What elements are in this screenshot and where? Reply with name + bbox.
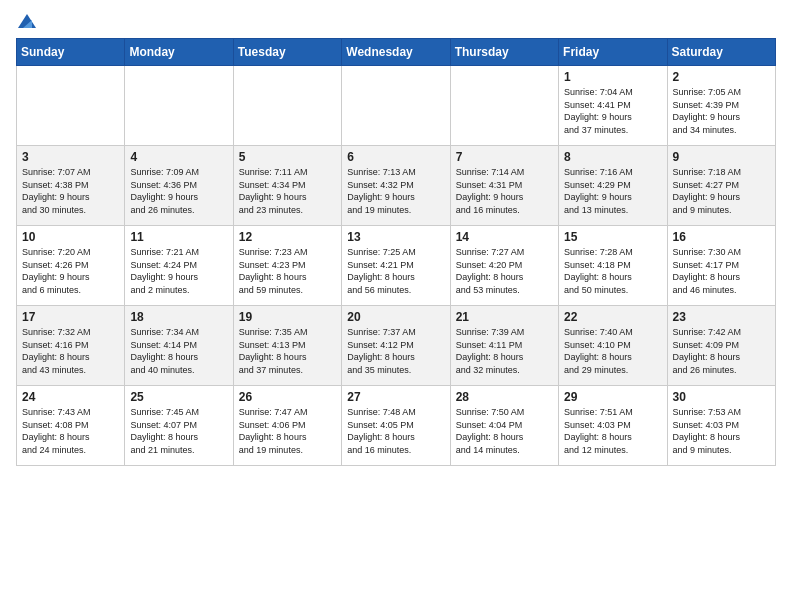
calendar-cell: 15Sunrise: 7:28 AM Sunset: 4:18 PM Dayli… <box>559 226 667 306</box>
day-number: 4 <box>130 150 227 164</box>
calendar-cell: 28Sunrise: 7:50 AM Sunset: 4:04 PM Dayli… <box>450 386 558 466</box>
day-number: 9 <box>673 150 770 164</box>
weekday-header-row: SundayMondayTuesdayWednesdayThursdayFrid… <box>17 39 776 66</box>
day-number: 26 <box>239 390 336 404</box>
calendar-cell: 20Sunrise: 7:37 AM Sunset: 4:12 PM Dayli… <box>342 306 450 386</box>
day-info: Sunrise: 7:13 AM Sunset: 4:32 PM Dayligh… <box>347 166 444 216</box>
calendar-cell: 8Sunrise: 7:16 AM Sunset: 4:29 PM Daylig… <box>559 146 667 226</box>
calendar-cell: 13Sunrise: 7:25 AM Sunset: 4:21 PM Dayli… <box>342 226 450 306</box>
day-info: Sunrise: 7:30 AM Sunset: 4:17 PM Dayligh… <box>673 246 770 296</box>
day-number: 19 <box>239 310 336 324</box>
calendar-cell <box>17 66 125 146</box>
day-info: Sunrise: 7:39 AM Sunset: 4:11 PM Dayligh… <box>456 326 553 376</box>
day-number: 29 <box>564 390 661 404</box>
day-info: Sunrise: 7:23 AM Sunset: 4:23 PM Dayligh… <box>239 246 336 296</box>
calendar-cell: 3Sunrise: 7:07 AM Sunset: 4:38 PM Daylig… <box>17 146 125 226</box>
day-info: Sunrise: 7:04 AM Sunset: 4:41 PM Dayligh… <box>564 86 661 136</box>
calendar-cell <box>450 66 558 146</box>
weekday-header-friday: Friday <box>559 39 667 66</box>
weekday-header-thursday: Thursday <box>450 39 558 66</box>
calendar-cell: 10Sunrise: 7:20 AM Sunset: 4:26 PM Dayli… <box>17 226 125 306</box>
day-number: 10 <box>22 230 119 244</box>
day-number: 8 <box>564 150 661 164</box>
day-number: 30 <box>673 390 770 404</box>
calendar-cell: 1Sunrise: 7:04 AM Sunset: 4:41 PM Daylig… <box>559 66 667 146</box>
weekday-header-wednesday: Wednesday <box>342 39 450 66</box>
day-info: Sunrise: 7:14 AM Sunset: 4:31 PM Dayligh… <box>456 166 553 216</box>
calendar-cell: 17Sunrise: 7:32 AM Sunset: 4:16 PM Dayli… <box>17 306 125 386</box>
day-number: 7 <box>456 150 553 164</box>
weekday-header-sunday: Sunday <box>17 39 125 66</box>
calendar-cell: 27Sunrise: 7:48 AM Sunset: 4:05 PM Dayli… <box>342 386 450 466</box>
day-info: Sunrise: 7:40 AM Sunset: 4:10 PM Dayligh… <box>564 326 661 376</box>
day-info: Sunrise: 7:32 AM Sunset: 4:16 PM Dayligh… <box>22 326 119 376</box>
logo <box>16 16 36 26</box>
calendar-cell: 7Sunrise: 7:14 AM Sunset: 4:31 PM Daylig… <box>450 146 558 226</box>
week-row-2: 10Sunrise: 7:20 AM Sunset: 4:26 PM Dayli… <box>17 226 776 306</box>
day-info: Sunrise: 7:43 AM Sunset: 4:08 PM Dayligh… <box>22 406 119 456</box>
weekday-header-tuesday: Tuesday <box>233 39 341 66</box>
day-info: Sunrise: 7:16 AM Sunset: 4:29 PM Dayligh… <box>564 166 661 216</box>
calendar-cell: 16Sunrise: 7:30 AM Sunset: 4:17 PM Dayli… <box>667 226 775 306</box>
day-number: 18 <box>130 310 227 324</box>
week-row-0: 1Sunrise: 7:04 AM Sunset: 4:41 PM Daylig… <box>17 66 776 146</box>
day-number: 11 <box>130 230 227 244</box>
calendar-cell: 22Sunrise: 7:40 AM Sunset: 4:10 PM Dayli… <box>559 306 667 386</box>
calendar-table: SundayMondayTuesdayWednesdayThursdayFrid… <box>16 38 776 466</box>
day-number: 1 <box>564 70 661 84</box>
weekday-header-monday: Monday <box>125 39 233 66</box>
day-info: Sunrise: 7:51 AM Sunset: 4:03 PM Dayligh… <box>564 406 661 456</box>
day-info: Sunrise: 7:50 AM Sunset: 4:04 PM Dayligh… <box>456 406 553 456</box>
day-info: Sunrise: 7:05 AM Sunset: 4:39 PM Dayligh… <box>673 86 770 136</box>
calendar-cell: 24Sunrise: 7:43 AM Sunset: 4:08 PM Dayli… <box>17 386 125 466</box>
day-info: Sunrise: 7:07 AM Sunset: 4:38 PM Dayligh… <box>22 166 119 216</box>
day-info: Sunrise: 7:35 AM Sunset: 4:13 PM Dayligh… <box>239 326 336 376</box>
day-number: 5 <box>239 150 336 164</box>
calendar-cell: 23Sunrise: 7:42 AM Sunset: 4:09 PM Dayli… <box>667 306 775 386</box>
calendar-cell: 26Sunrise: 7:47 AM Sunset: 4:06 PM Dayli… <box>233 386 341 466</box>
calendar-cell: 14Sunrise: 7:27 AM Sunset: 4:20 PM Dayli… <box>450 226 558 306</box>
day-info: Sunrise: 7:53 AM Sunset: 4:03 PM Dayligh… <box>673 406 770 456</box>
day-number: 3 <box>22 150 119 164</box>
calendar-cell: 29Sunrise: 7:51 AM Sunset: 4:03 PM Dayli… <box>559 386 667 466</box>
day-info: Sunrise: 7:37 AM Sunset: 4:12 PM Dayligh… <box>347 326 444 376</box>
day-info: Sunrise: 7:28 AM Sunset: 4:18 PM Dayligh… <box>564 246 661 296</box>
day-number: 14 <box>456 230 553 244</box>
calendar-cell <box>233 66 341 146</box>
day-number: 17 <box>22 310 119 324</box>
calendar-cell: 30Sunrise: 7:53 AM Sunset: 4:03 PM Dayli… <box>667 386 775 466</box>
day-info: Sunrise: 7:25 AM Sunset: 4:21 PM Dayligh… <box>347 246 444 296</box>
day-number: 23 <box>673 310 770 324</box>
calendar-cell: 25Sunrise: 7:45 AM Sunset: 4:07 PM Dayli… <box>125 386 233 466</box>
calendar-cell: 12Sunrise: 7:23 AM Sunset: 4:23 PM Dayli… <box>233 226 341 306</box>
calendar-cell: 21Sunrise: 7:39 AM Sunset: 4:11 PM Dayli… <box>450 306 558 386</box>
day-number: 16 <box>673 230 770 244</box>
week-row-3: 17Sunrise: 7:32 AM Sunset: 4:16 PM Dayli… <box>17 306 776 386</box>
day-info: Sunrise: 7:20 AM Sunset: 4:26 PM Dayligh… <box>22 246 119 296</box>
day-info: Sunrise: 7:27 AM Sunset: 4:20 PM Dayligh… <box>456 246 553 296</box>
day-info: Sunrise: 7:42 AM Sunset: 4:09 PM Dayligh… <box>673 326 770 376</box>
day-number: 2 <box>673 70 770 84</box>
calendar-cell: 11Sunrise: 7:21 AM Sunset: 4:24 PM Dayli… <box>125 226 233 306</box>
logo-icon <box>18 14 36 30</box>
day-number: 28 <box>456 390 553 404</box>
day-number: 13 <box>347 230 444 244</box>
day-info: Sunrise: 7:34 AM Sunset: 4:14 PM Dayligh… <box>130 326 227 376</box>
day-number: 21 <box>456 310 553 324</box>
calendar-cell: 18Sunrise: 7:34 AM Sunset: 4:14 PM Dayli… <box>125 306 233 386</box>
day-info: Sunrise: 7:21 AM Sunset: 4:24 PM Dayligh… <box>130 246 227 296</box>
day-number: 22 <box>564 310 661 324</box>
calendar-cell: 5Sunrise: 7:11 AM Sunset: 4:34 PM Daylig… <box>233 146 341 226</box>
day-number: 12 <box>239 230 336 244</box>
day-info: Sunrise: 7:09 AM Sunset: 4:36 PM Dayligh… <box>130 166 227 216</box>
week-row-1: 3Sunrise: 7:07 AM Sunset: 4:38 PM Daylig… <box>17 146 776 226</box>
day-info: Sunrise: 7:48 AM Sunset: 4:05 PM Dayligh… <box>347 406 444 456</box>
page: SundayMondayTuesdayWednesdayThursdayFrid… <box>0 0 792 476</box>
day-number: 15 <box>564 230 661 244</box>
calendar-cell: 4Sunrise: 7:09 AM Sunset: 4:36 PM Daylig… <box>125 146 233 226</box>
weekday-header-saturday: Saturday <box>667 39 775 66</box>
calendar-cell <box>342 66 450 146</box>
day-info: Sunrise: 7:45 AM Sunset: 4:07 PM Dayligh… <box>130 406 227 456</box>
day-number: 27 <box>347 390 444 404</box>
calendar-cell: 6Sunrise: 7:13 AM Sunset: 4:32 PM Daylig… <box>342 146 450 226</box>
